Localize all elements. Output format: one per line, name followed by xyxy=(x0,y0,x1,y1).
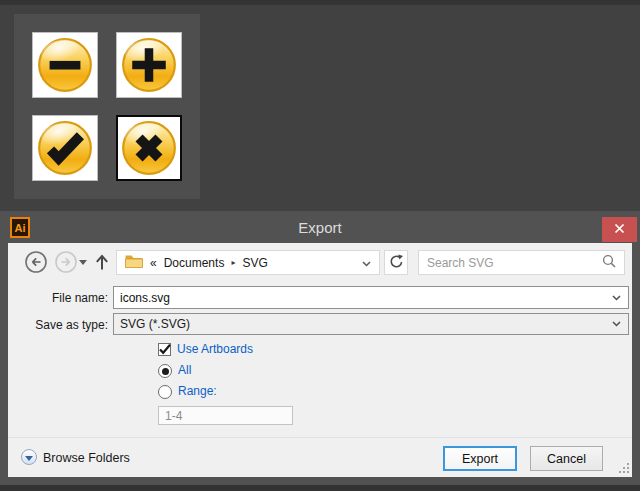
folder-icon xyxy=(125,254,143,271)
close-button[interactable] xyxy=(602,217,637,242)
chevron-down-icon xyxy=(25,456,33,461)
browse-folders-expander-button[interactable] xyxy=(21,449,37,465)
file-name-label: File name: xyxy=(8,291,108,305)
back-button[interactable] xyxy=(25,251,47,273)
forward-arrow-icon xyxy=(55,262,77,276)
artboard-panel xyxy=(14,14,200,199)
search-icon xyxy=(602,254,616,271)
address-dropdown-chevron-icon[interactable] xyxy=(362,256,371,270)
breadcrumb[interactable]: « Documents ▸ SVG xyxy=(116,250,380,275)
footer-divider xyxy=(8,437,632,438)
all-radio-label[interactable]: All xyxy=(178,363,191,377)
file-name-combobox[interactable] xyxy=(113,286,629,309)
use-artboards-label[interactable]: Use Artboards xyxy=(177,342,253,356)
window-title: Export xyxy=(0,219,640,236)
browse-folders-label[interactable]: Browse Folders xyxy=(43,451,130,465)
search-input[interactable] xyxy=(427,256,596,270)
save-as-type-label: Save as type: xyxy=(8,318,108,332)
range-input[interactable] xyxy=(158,406,293,425)
all-radio[interactable] xyxy=(158,364,172,378)
chevron-down-icon[interactable] xyxy=(605,321,628,327)
minus-icon xyxy=(36,36,94,94)
resize-grip[interactable] xyxy=(617,461,630,477)
breadcrumb-collapsed-chevrons[interactable]: « xyxy=(150,256,157,270)
screen: Ai Export xyxy=(0,0,640,491)
minus-icon-tile[interactable] xyxy=(32,32,98,98)
recent-locations-chevron-icon[interactable] xyxy=(79,260,87,265)
dialog-body: « Documents ▸ SVG xyxy=(8,243,632,477)
checkmark-icon xyxy=(158,343,172,356)
chevron-down-icon[interactable] xyxy=(605,295,628,301)
forward-button[interactable] xyxy=(55,251,77,273)
radio-dot xyxy=(162,368,169,375)
check-icon xyxy=(36,119,94,177)
cross-icon-tile[interactable] xyxy=(116,115,182,181)
back-arrow-icon xyxy=(25,262,47,276)
breadcrumb-separator-icon[interactable]: ▸ xyxy=(231,258,235,267)
save-as-type-combobox[interactable]: SVG (*.SVG) xyxy=(113,313,629,335)
refresh-icon xyxy=(389,254,404,272)
top-border xyxy=(0,0,640,5)
cancel-button[interactable]: Cancel xyxy=(530,446,603,471)
file-name-input[interactable] xyxy=(114,291,605,305)
up-arrow-icon xyxy=(94,261,110,275)
up-one-level-button[interactable] xyxy=(94,252,110,272)
check-icon-tile[interactable] xyxy=(32,115,98,181)
search-box[interactable] xyxy=(418,250,625,275)
export-dialog: Ai Export xyxy=(0,211,640,485)
title-bar[interactable]: Ai Export xyxy=(0,211,640,243)
use-artboards-checkbox[interactable] xyxy=(158,343,171,356)
plus-icon xyxy=(120,36,178,94)
plus-icon-tile[interactable] xyxy=(116,32,182,98)
refresh-button[interactable] xyxy=(384,250,408,275)
breadcrumb-item-documents[interactable]: Documents xyxy=(164,256,225,270)
bottom-border xyxy=(0,485,640,491)
cross-icon xyxy=(120,119,178,177)
range-radio-label[interactable]: Range: xyxy=(178,384,217,398)
breadcrumb-item-svg[interactable]: SVG xyxy=(242,256,267,270)
export-button[interactable]: Export xyxy=(443,446,517,471)
range-radio[interactable] xyxy=(158,385,172,399)
close-icon xyxy=(614,223,625,237)
save-as-type-value: SVG (*.SVG) xyxy=(114,317,605,331)
